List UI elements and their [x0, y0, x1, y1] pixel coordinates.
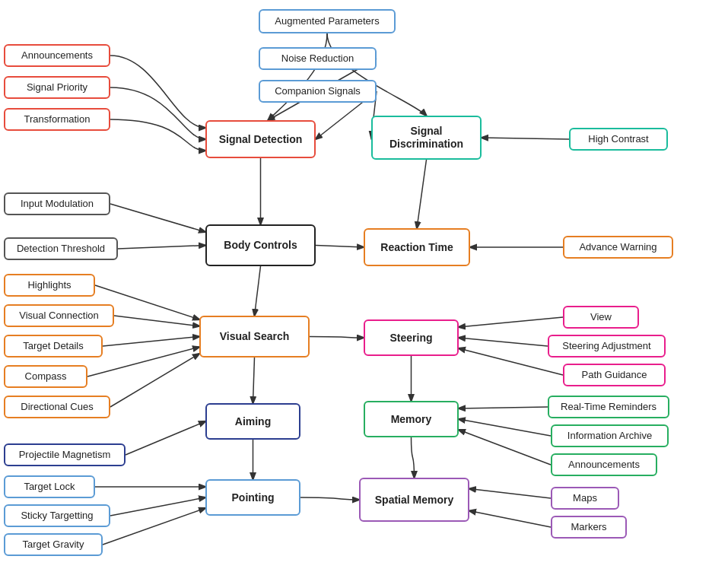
- svg-line-22: [459, 317, 563, 327]
- aiming-node: Aiming: [205, 403, 300, 440]
- svg-line-13: [87, 347, 199, 377]
- target-details-node: Target Details: [4, 335, 103, 358]
- compass-node: Compass: [4, 365, 87, 388]
- svg-line-15: [255, 266, 261, 316]
- visual-connection-node: Visual Connection: [4, 304, 114, 327]
- detection-threshold-node: Detection Threshold: [4, 237, 118, 260]
- noise-reduction-node: Noise Reduction: [259, 47, 377, 70]
- directional-cues-node: Directional Cues: [4, 396, 110, 418]
- maps-node: Maps: [551, 487, 619, 510]
- spatial-memory-node: Spatial Memory: [359, 478, 469, 522]
- svg-line-29: [469, 489, 551, 499]
- steering-node: Steering: [364, 319, 459, 356]
- advance-warning-node: Advance Warning: [563, 236, 673, 259]
- svg-line-4: [110, 204, 205, 232]
- announcements-mem-node: Announcements: [551, 453, 657, 476]
- high-contrast-node: High Contrast: [569, 128, 668, 151]
- target-gravity-node: Target Gravity: [4, 533, 103, 556]
- transformation-node: Transformation: [4, 108, 110, 131]
- memory-node: Memory: [364, 401, 459, 437]
- svg-line-3: [482, 138, 569, 139]
- body-controls-node: Body Controls: [205, 224, 316, 266]
- highlights-node: Highlights: [4, 274, 95, 297]
- svg-line-21: [103, 508, 205, 545]
- target-lock-node: Target Lock: [4, 475, 95, 498]
- input-modulation-node: Input Modulation: [4, 192, 110, 215]
- reaction-time-node: Reaction Time: [364, 228, 470, 266]
- steering-adjustment-node: Steering Adjustment: [548, 335, 666, 358]
- visual-search-node: Visual Search: [199, 316, 310, 358]
- sticky-targetting-node: Sticky Targetting: [4, 504, 110, 527]
- signal-detection-node: Signal Detection: [205, 120, 316, 158]
- markers-node: Markers: [551, 516, 627, 539]
- svg-line-14: [110, 354, 199, 407]
- svg-line-20: [110, 497, 205, 516]
- svg-line-17: [126, 421, 205, 455]
- svg-line-30: [469, 511, 551, 528]
- path-guidance-node: Path Guidance: [563, 364, 666, 386]
- svg-line-7: [417, 160, 427, 228]
- pointing-node: Pointing: [205, 479, 300, 516]
- svg-line-26: [459, 407, 548, 408]
- view-node: View: [563, 306, 639, 329]
- svg-line-16: [253, 358, 255, 403]
- svg-line-12: [103, 337, 199, 347]
- announcements-top-node: Announcements: [4, 44, 110, 67]
- real-time-reminders-node: Real-Time Reminders: [548, 396, 669, 418]
- projectile-magnetism-node: Projectile Magnetism: [4, 443, 126, 466]
- svg-line-27: [459, 419, 551, 436]
- svg-line-11: [114, 316, 199, 326]
- svg-line-23: [459, 338, 548, 346]
- svg-line-5: [118, 246, 205, 249]
- svg-line-9: [316, 246, 364, 248]
- augmented-params-node: Augmented Parameters: [259, 9, 396, 33]
- signal-priority-node: Signal Priority: [4, 76, 110, 99]
- svg-line-28: [459, 430, 551, 465]
- signal-discrimination-node: Signal Discrimination: [371, 116, 482, 160]
- companion-signals-node: Companion Signals: [259, 80, 377, 103]
- diagram: Augmented ParametersNoise ReductionCompa…: [0, 0, 728, 572]
- information-archive-node: Information Archive: [551, 424, 669, 447]
